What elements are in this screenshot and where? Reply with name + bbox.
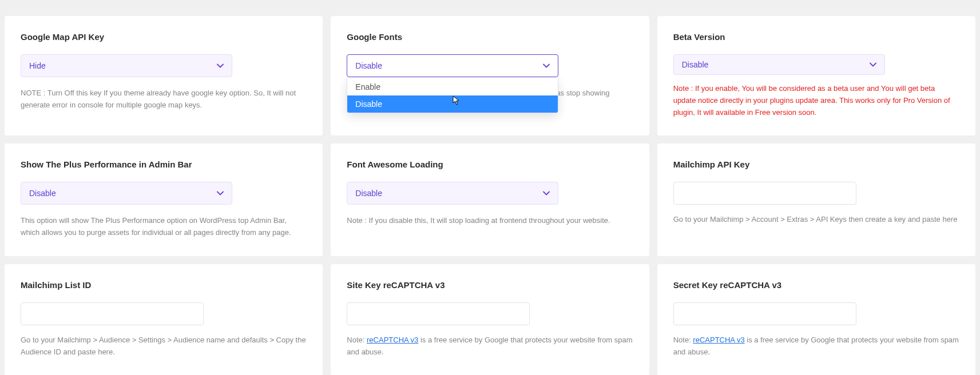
settings-grid: Google Map API Key Hide NOTE : Turn Off …	[5, 16, 975, 375]
dropdown-option-enable[interactable]: Enable	[347, 78, 558, 95]
card-title: Beta Version	[673, 32, 959, 42]
secret-key-recaptcha-card: Secret Key reCAPTCHA v3 Note: reCAPTCHA …	[657, 264, 975, 375]
mailchimp-api-card: Mailchimp API Key Go to your Mailchimp >…	[657, 143, 975, 256]
google-map-select-wrap: Hide	[21, 54, 232, 77]
card-title: Site Key reCAPTCHA v3	[347, 280, 633, 290]
card-note: NOTE : Turn Off this key If you theme al…	[21, 87, 307, 111]
card-title: Mailchimp API Key	[673, 159, 959, 169]
card-title: Mailchimp List ID	[21, 280, 307, 290]
font-awesome-card: Font Awesome Loading Disable Note : If y…	[331, 143, 649, 256]
recaptcha-link[interactable]: reCAPTCHA v3	[693, 336, 744, 344]
site-key-recaptcha-card: Site Key reCAPTCHA v3 Note: reCAPTCHA v3…	[331, 264, 649, 375]
select-value: Disable	[355, 189, 382, 198]
chevron-down-icon	[217, 63, 224, 68]
select-value: Disable	[682, 60, 709, 69]
google-map-api-key-card: Google Map API Key Hide NOTE : Turn Off …	[5, 16, 323, 135]
plus-performance-select-wrap: Disable	[21, 182, 232, 205]
beta-version-select-wrap: Disable	[673, 54, 885, 75]
card-note: Go to your Mailchimp > Audience > Settin…	[21, 334, 307, 358]
card-note: Note: reCAPTCHA v3 is a free service by …	[673, 334, 959, 358]
font-awesome-select-wrap: Disable	[347, 182, 558, 205]
card-title: Show The Plus Performance in Admin Bar	[21, 159, 307, 169]
google-fonts-card: Google Fonts Disable Enable Disable as s…	[331, 16, 649, 135]
google-fonts-dropdown: Enable Disable	[347, 78, 558, 113]
mailchimp-api-input[interactable]	[673, 182, 856, 205]
card-title: Google Fonts	[347, 32, 633, 42]
card-note: This option will show The Plus Performan…	[21, 215, 307, 239]
plus-performance-card: Show The Plus Performance in Admin Bar D…	[5, 143, 323, 256]
select-value: Disable	[355, 61, 382, 70]
google-fonts-select[interactable]: Disable	[347, 54, 558, 77]
site-key-input[interactable]	[347, 302, 530, 325]
beta-version-card: Beta Version Disable Note : If you enabl…	[657, 16, 975, 135]
card-note: Note : If you enable, You will be consid…	[673, 83, 959, 118]
font-awesome-select[interactable]: Disable	[347, 182, 558, 205]
secret-key-input[interactable]	[673, 302, 856, 325]
select-value: Disable	[29, 189, 56, 198]
chevron-down-icon	[543, 191, 550, 196]
card-note: Note : If you disable this, It will stop…	[347, 215, 633, 227]
google-fonts-select-wrap: Disable Enable Disable	[347, 54, 558, 77]
google-map-select[interactable]: Hide	[21, 54, 232, 77]
card-title: Secret Key reCAPTCHA v3	[673, 280, 959, 290]
mailchimp-list-input[interactable]	[21, 302, 204, 325]
chevron-down-icon	[217, 191, 224, 196]
recaptcha-link[interactable]: reCAPTCHA v3	[367, 336, 418, 344]
chevron-down-icon	[870, 62, 876, 67]
chevron-down-icon	[543, 63, 550, 68]
dropdown-option-disable[interactable]: Disable	[347, 95, 558, 113]
card-title: Font Awesome Loading	[347, 159, 633, 169]
plus-performance-select[interactable]: Disable	[21, 182, 232, 205]
select-value: Hide	[29, 61, 46, 70]
card-note: Note: reCAPTCHA v3 is a free service by …	[347, 334, 633, 358]
card-title: Google Map API Key	[21, 32, 307, 42]
mailchimp-list-card: Mailchimp List ID Go to your Mailchimp >…	[5, 264, 323, 375]
beta-version-select[interactable]: Disable	[673, 54, 885, 75]
card-note: Go to your Mailchimp > Account > Extras …	[673, 214, 959, 226]
